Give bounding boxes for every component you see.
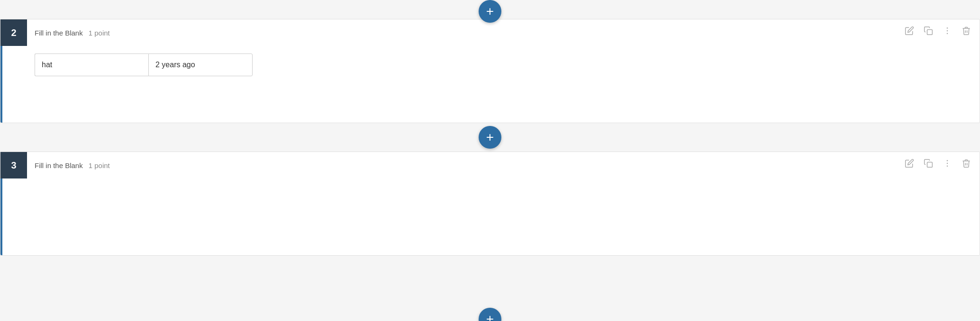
card-header-3: Fill in the Blank 1 point (0, 152, 980, 178)
svg-point-1 (947, 27, 948, 29)
card-header-2: Fill in the Blank 1 point (0, 19, 980, 46)
svg-point-5 (947, 160, 948, 161)
card-type-label-3: Fill in the Blank (35, 161, 83, 169)
question-card-3: 3 Fill in the Blank 1 point (0, 152, 980, 256)
delete-button-3[interactable] (961, 158, 972, 169)
add-button-top[interactable]: + (479, 0, 501, 23)
question-card-2: 2 Fill in the Blank 1 point (0, 19, 980, 123)
edit-button-2[interactable] (904, 25, 915, 36)
card-points-label-3: 1 point (89, 161, 110, 169)
svg-rect-4 (927, 162, 933, 168)
more-button-3[interactable] (942, 158, 953, 169)
answer-time-input-2[interactable] (148, 54, 253, 76)
card-toolbar-3 (904, 158, 972, 169)
svg-rect-0 (927, 30, 933, 35)
svg-point-6 (947, 163, 948, 164)
add-button-middle[interactable]: + (479, 126, 501, 149)
delete-button-2[interactable] (961, 25, 972, 36)
copy-button-3[interactable] (923, 158, 934, 169)
edit-button-3[interactable] (904, 158, 915, 169)
card-type-label-2: Fill in the Blank (35, 29, 83, 37)
copy-button-2[interactable] (923, 25, 934, 36)
svg-point-7 (947, 166, 948, 167)
svg-point-3 (947, 33, 948, 35)
svg-point-2 (947, 30, 948, 32)
answer-row-2 (0, 46, 980, 76)
card-points-label-2: 1 point (89, 29, 110, 37)
card-toolbar-2 (904, 25, 972, 36)
page-container: + 2 Fill in the Blank 1 point (0, 0, 980, 321)
answer-text-input-2[interactable] (35, 54, 148, 76)
add-button-bottom[interactable]: + (479, 308, 501, 321)
more-button-2[interactable] (942, 25, 953, 36)
